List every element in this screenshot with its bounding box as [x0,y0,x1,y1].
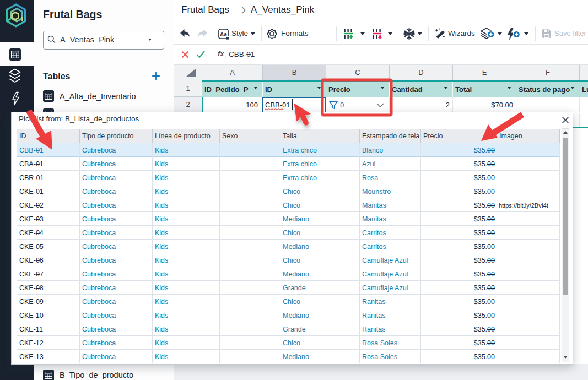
svg-text:Aa: Aa [220,31,227,37]
